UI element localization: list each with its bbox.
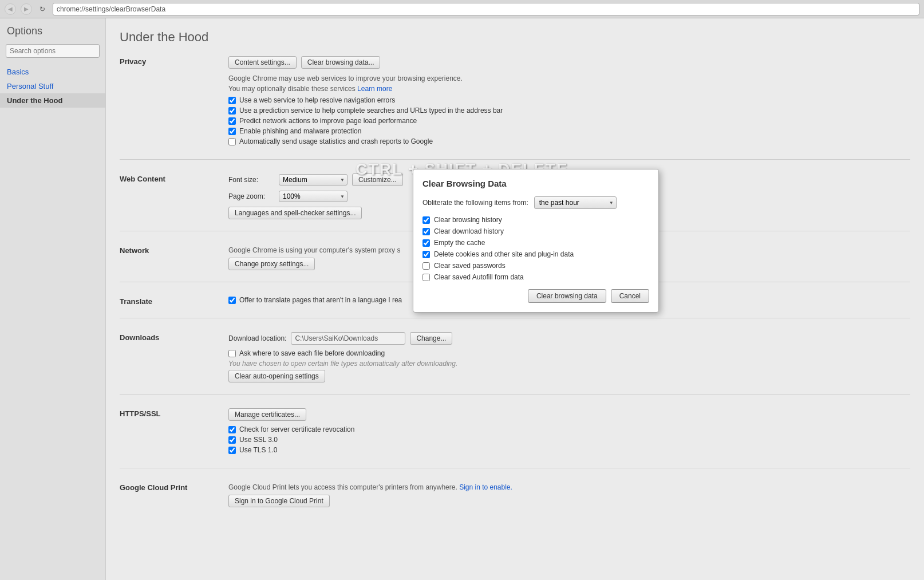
privacy-checkbox-5: Automatically send usage statistics and … (228, 137, 910, 145)
dialog-cb-autofill[interactable] (422, 274, 430, 281)
reload-button[interactable]: ↻ (37, 3, 48, 15)
font-size-label: Font size: (228, 176, 274, 184)
privacy-desc1: Google Chrome may use web services to im… (228, 73, 910, 94)
cb-translate[interactable] (228, 297, 236, 304)
privacy-buttons: Content settings... Clear browsing data.… (228, 56, 910, 69)
downloads-content: Download location: Change... Ask where t… (228, 332, 910, 382)
dialog-time-select[interactable]: the past hour the past day the past week… (534, 196, 617, 209)
privacy-content: Content settings... Clear browsing data.… (228, 56, 910, 148)
ssl-checkbox-2: Use SSL 3.0 (228, 436, 910, 444)
sidebar-item-basics[interactable]: Basics (0, 65, 105, 79)
browser-chrome: ◀ ▶ ↻ chrome://settings/clearBrowserData (0, 0, 924, 18)
sidebar-title: Options (0, 25, 105, 44)
cb-cert-revocation[interactable] (228, 426, 236, 433)
cb-usage-stats[interactable] (228, 138, 236, 145)
downloads-section: Downloads Download location: Change... A… (120, 332, 910, 394)
google-cloud-print-desc: Google Cloud Print lets you access this … (228, 482, 910, 492)
cb-phishing[interactable] (228, 128, 236, 135)
cb-ask-save[interactable] (228, 350, 236, 357)
web-content-label: Web Content (120, 173, 217, 219)
google-cloud-print-label: Google Cloud Print (120, 482, 217, 507)
download-location-input[interactable] (291, 332, 405, 345)
privacy-checkbox-3: Predict network actions to improve page … (228, 117, 910, 125)
sidebar: Options Basics Personal Stuff Under the … (0, 18, 106, 580)
dialog-time-select-wrap: the past hour the past day the past week… (534, 196, 617, 209)
learn-more-link[interactable]: Learn more (357, 85, 392, 93)
back-button[interactable]: ◀ (5, 3, 16, 15)
download-location-label: Download location: (228, 334, 286, 342)
dialog-clear-button[interactable]: Clear browsing data (528, 289, 606, 303)
sidebar-item-under-the-hood[interactable]: Under the Hood (0, 93, 105, 108)
privacy-checkbox-2: Use a prediction service to help complet… (228, 106, 910, 115)
https-ssl-label: HTTPS/SSL (120, 408, 217, 456)
dialog-cancel-button[interactable]: Cancel (611, 289, 649, 303)
ask-save-checkbox-row: Ask where to save each file before downl… (228, 349, 910, 357)
ssl-checkbox-1: Check for server certificate revocation (228, 425, 910, 433)
translate-label: Translate (120, 296, 217, 306)
cb-navigation-errors[interactable] (228, 97, 236, 104)
font-size-select-wrap: Medium Small Large (279, 174, 348, 186)
downloads-label: Downloads (120, 332, 217, 382)
downloads-note: You have chosen to open certain file typ… (228, 360, 910, 368)
clear-auto-opening-button[interactable]: Clear auto-opening settings (228, 370, 325, 382)
clear-browsing-data-dialog: Clear Browsing Data Obliterate the follo… (413, 169, 659, 313)
dialog-cb-download-history[interactable] (422, 228, 430, 235)
ssl-checkbox-3: Use TLS 1.0 (228, 446, 910, 454)
dialog-checkboxes: Clear browsing history Clear download hi… (422, 216, 649, 281)
forward-button[interactable]: ▶ (21, 3, 32, 15)
privacy-section: Privacy Content settings... Clear browsi… (120, 56, 910, 160)
dialog-checkbox-5: Clear saved passwords (422, 262, 649, 270)
google-cloud-print-content: Google Cloud Print lets you access this … (228, 482, 910, 507)
google-cloud-print-section: Google Cloud Print Google Cloud Print le… (120, 482, 910, 519)
network-label: Network (120, 245, 217, 270)
https-ssl-section: HTTPS/SSL Manage certificates... Check f… (120, 408, 910, 468)
privacy-checkbox-4: Enable phishing and malware protection (228, 127, 910, 135)
search-options-input[interactable] (6, 44, 100, 58)
dialog-cb-browsing-history[interactable] (422, 216, 430, 224)
page-zoom-label: Page zoom: (228, 192, 274, 200)
dialog-checkbox-6: Clear saved Autofill form data (422, 273, 649, 281)
change-download-button[interactable]: Change... (410, 332, 452, 345)
change-proxy-button[interactable]: Change proxy settings... (228, 258, 315, 270)
dialog-cb-saved-passwords[interactable] (422, 262, 430, 270)
content-settings-button[interactable]: Content settings... (228, 56, 297, 69)
dialog-checkbox-4: Delete cookies and other site and plug-i… (422, 250, 649, 258)
dialog-checkbox-3: Empty the cache (422, 239, 649, 247)
sign-in-google-cloud-print-button[interactable]: Sign in to Google Cloud Print (228, 495, 330, 507)
privacy-label: Privacy (120, 56, 217, 148)
privacy-checkbox-1: Use a web service to help resolve naviga… (228, 96, 910, 104)
download-location-row: Download location: Change... (228, 332, 910, 345)
sign-in-link[interactable]: Sign in to enable. (459, 483, 512, 491)
languages-button[interactable]: Languages and spell-checker settings... (228, 207, 362, 219)
page-zoom-select-wrap: 100% 75% 125% (279, 191, 348, 202)
dialog-obliterate-row: Obliterate the following items from: the… (422, 196, 649, 209)
address-bar[interactable]: chrome://settings/clearBrowserData (53, 3, 919, 15)
dialog-obliterate-label: Obliterate the following items from: (422, 199, 528, 207)
manage-certificates-button[interactable]: Manage certificates... (228, 408, 306, 421)
sidebar-item-personal-stuff[interactable]: Personal Stuff (0, 79, 105, 93)
address-text: chrome://settings/clearBrowserData (57, 5, 165, 13)
dialog-title: Clear Browsing Data (422, 179, 649, 188)
cb-tls1[interactable] (228, 447, 236, 454)
cb-ssl3[interactable] (228, 436, 236, 444)
dialog-checkbox-2: Clear download history (422, 227, 649, 235)
dialog-actions: Clear browsing data Cancel (422, 289, 649, 303)
https-ssl-content: Manage certificates... Check for server … (228, 408, 910, 456)
cb-predict-network[interactable] (228, 117, 236, 125)
page-zoom-select[interactable]: 100% 75% 125% (279, 191, 348, 202)
page-title: Under the Hood (120, 30, 910, 45)
font-size-select[interactable]: Medium Small Large (279, 174, 348, 186)
dialog-cb-delete-cookies[interactable] (422, 251, 430, 258)
cb-prediction-service[interactable] (228, 107, 236, 115)
clear-browsing-data-button[interactable]: Clear browsing data... (301, 56, 381, 69)
dialog-checkbox-1: Clear browsing history (422, 216, 649, 224)
dialog-cb-empty-cache[interactable] (422, 239, 430, 247)
